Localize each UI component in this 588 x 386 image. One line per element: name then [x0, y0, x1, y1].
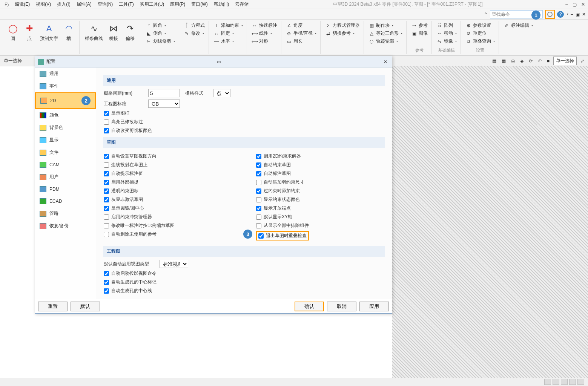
default-view-type-select[interactable]: 标准视图	[160, 260, 188, 268]
status-icon-4[interactable]	[569, 379, 576, 385]
nav-bg[interactable]: 背景色	[35, 121, 96, 134]
status-icon-5[interactable]	[577, 379, 584, 385]
ok-button[interactable]: 确认	[295, 302, 324, 311]
angle-button[interactable]: ∠角度	[285, 22, 317, 29]
minimize-icon[interactable]: –	[564, 2, 570, 7]
window-min-icon[interactable]: –	[571, 12, 573, 17]
conflict-mgr-checkbox[interactable]	[104, 214, 109, 220]
mirror-button[interactable]: ⇋镜像▾	[436, 38, 458, 45]
exclude-showall-checkbox[interactable]	[256, 223, 261, 228]
nav-backup[interactable]: 恢复/备份	[35, 220, 96, 232]
auto-hint-checkbox[interactable]	[104, 171, 109, 176]
collapse-ribbon-icon[interactable]: ⌃	[484, 12, 488, 17]
edge-proj-checkbox[interactable]	[104, 162, 109, 168]
reset-button[interactable]: 重置	[38, 302, 68, 311]
slot-button[interactable]: ◠槽	[61, 22, 76, 43]
perimeter-button[interactable]: ▭周长	[285, 38, 317, 45]
spline-button[interactable]: ∿样条曲线	[83, 22, 104, 43]
offset-button[interactable]: ↷偏移	[123, 22, 138, 43]
circle-button[interactable]: ◯圆	[5, 22, 20, 43]
dialog-popup-icon[interactable]: ▭	[215, 59, 223, 64]
move-button[interactable]: ↔移动▾	[436, 30, 458, 37]
help-icon[interactable]: ?	[557, 11, 564, 18]
radius-button[interactable]: ⊘半径/直径▾	[285, 30, 317, 37]
status-icon-2[interactable]	[553, 379, 559, 385]
modify-button[interactable]: ✎修改▾	[183, 30, 206, 37]
tb-icon-8[interactable]: ⤢	[579, 58, 586, 64]
nav-user[interactable]: 用户	[35, 171, 96, 183]
window-close-icon[interactable]: ✕	[582, 12, 586, 17]
default-button[interactable]: 默认	[71, 302, 100, 311]
chamfer-button[interactable]: ◣倒角▾	[145, 30, 176, 37]
menu-window[interactable]: 窗口(W)	[188, 0, 210, 8]
text-button[interactable]: A预制文字	[38, 22, 60, 43]
mod-unique-scale-checkbox[interactable]	[104, 223, 109, 228]
overlap-query-button[interactable]: ⧉重叠查询▾	[465, 38, 496, 45]
exit-overlap-checkbox[interactable]	[258, 233, 264, 239]
status-icon-1[interactable]	[544, 379, 551, 385]
toggle-ref-button[interactable]: ⇄切换参考▾	[324, 30, 361, 37]
show-open-end-checkbox[interactable]	[256, 206, 261, 211]
quick-dim-button[interactable]: ↔快速标注	[251, 22, 278, 29]
trim-button[interactable]: ✂划线修剪▾	[145, 38, 176, 45]
tb-icon-7[interactable]: ■	[545, 58, 551, 64]
auto-constrain-checkbox[interactable]	[256, 162, 261, 168]
add-constraint-button[interactable]: ⊥添加约束▾	[213, 22, 244, 29]
over-add-checkbox[interactable]	[256, 188, 261, 194]
tb-icon-1[interactable]: ▤	[491, 58, 498, 64]
grid-style-select[interactable]: 点	[213, 89, 230, 97]
menu-query[interactable]: 查询(N)	[95, 0, 116, 8]
gray-inactive-checkbox[interactable]	[104, 197, 109, 202]
tb-icon-2[interactable]: ▦	[500, 58, 507, 64]
nav-pdm[interactable]: PDM	[35, 183, 96, 195]
symmetric-button[interactable]: ⟺对称	[251, 38, 278, 45]
dialog-close-icon[interactable]: ✕	[382, 59, 389, 64]
auto-dim-checkbox[interactable]	[256, 171, 261, 176]
trace-outline-button[interactable]: ◌轨迹轮廓▾	[368, 38, 403, 45]
image-button[interactable]: ▣图像	[410, 30, 428, 37]
draw-std-select[interactable]: GB	[148, 100, 180, 108]
auto-sketch-dir-checkbox[interactable]	[104, 154, 109, 159]
highlight-mod-checkbox[interactable]	[104, 119, 109, 125]
bridge-button[interactable]: ⋈桥接	[106, 22, 121, 43]
reference-button[interactable]: ⤳参考	[410, 22, 428, 29]
nav-cam[interactable]: CAM	[35, 159, 96, 171]
auto-hole-line-checkbox[interactable]	[104, 288, 109, 294]
menu-attr[interactable]: 属性(A)	[74, 0, 95, 8]
nav-2d[interactable]: 2D2	[35, 92, 96, 109]
equation-button[interactable]: ⎡方程式	[183, 22, 206, 29]
make-block-button[interactable]: ▦制作块▾	[368, 22, 403, 29]
auto-clip-color-checkbox[interactable]	[104, 128, 109, 133]
maximize-icon[interactable]: ▢	[571, 2, 578, 7]
pattern-button[interactable]: ⠿阵列	[436, 22, 458, 29]
menu-insert[interactable]: 插入(I)	[54, 0, 73, 8]
tb-icon-5[interactable]: ⟳	[527, 58, 534, 64]
eq-manager-button[interactable]: Σ方程式管理器	[324, 22, 361, 29]
apply-button[interactable]: 应用	[359, 302, 389, 311]
default-xy-checkbox[interactable]	[256, 214, 261, 220]
status-icon-3[interactable]	[561, 379, 568, 385]
trans-icon-checkbox[interactable]	[104, 188, 109, 194]
nav-general[interactable]: 通用	[35, 67, 96, 80]
fixed-button[interactable]: ⏢固定▾	[213, 30, 244, 37]
linear-button[interactable]: ⟷线性▾	[251, 30, 278, 37]
menu-app[interactable]: 应用(P)	[167, 0, 188, 8]
menu-view[interactable]: 视图(V)	[33, 0, 54, 8]
window-restore-icon[interactable]: ▣	[576, 12, 580, 17]
menu-tools[interactable]: 工具(T)	[116, 0, 137, 8]
show-state-color-checkbox[interactable]	[256, 197, 261, 202]
nav-color[interactable]: 颜色	[35, 109, 96, 121]
horizontal-button[interactable]: —水平▾	[213, 38, 244, 45]
auto-hole-mark-checkbox[interactable]	[104, 280, 109, 285]
nav-part[interactable]: 零件	[35, 80, 96, 92]
params-button[interactable]: ⚙参数设置	[465, 22, 496, 29]
ext-snap-checkbox[interactable]	[104, 180, 109, 185]
eq-triangle-button[interactable]: △等边三角形▾	[368, 30, 403, 37]
tb-icon-3[interactable]: ◎	[510, 58, 516, 64]
nav-file[interactable]: 文件	[35, 146, 96, 159]
show-frame-checkbox[interactable]	[104, 111, 109, 116]
selection-mode-select[interactable]: 单一选择	[553, 57, 577, 65]
menu-edit[interactable]: 编辑(E)	[12, 0, 33, 8]
auto-weak-checkbox[interactable]	[256, 180, 261, 185]
nav-pipe[interactable]: 管路	[35, 207, 96, 220]
